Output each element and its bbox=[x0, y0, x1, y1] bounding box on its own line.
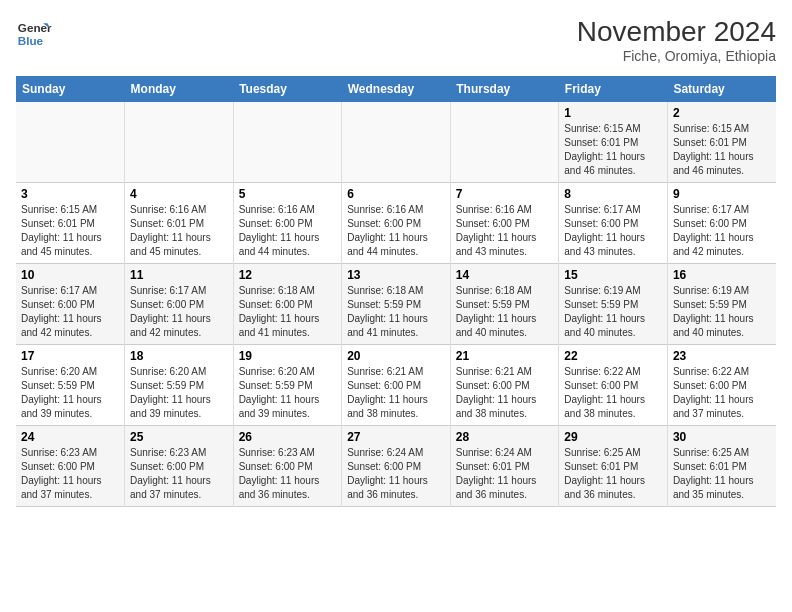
col-header-sunday: Sunday bbox=[16, 76, 125, 102]
day-info: Sunrise: 6:16 AM Sunset: 6:00 PM Dayligh… bbox=[456, 203, 554, 259]
calendar-cell: 26Sunrise: 6:23 AM Sunset: 6:00 PM Dayli… bbox=[233, 426, 342, 507]
col-header-tuesday: Tuesday bbox=[233, 76, 342, 102]
calendar-cell bbox=[342, 102, 451, 183]
day-number: 27 bbox=[347, 430, 445, 444]
day-number: 2 bbox=[673, 106, 771, 120]
calendar-cell: 12Sunrise: 6:18 AM Sunset: 6:00 PM Dayli… bbox=[233, 264, 342, 345]
col-header-friday: Friday bbox=[559, 76, 668, 102]
day-info: Sunrise: 6:24 AM Sunset: 6:01 PM Dayligh… bbox=[456, 446, 554, 502]
col-header-monday: Monday bbox=[125, 76, 234, 102]
day-info: Sunrise: 6:21 AM Sunset: 6:00 PM Dayligh… bbox=[347, 365, 445, 421]
page-header: General Blue November 2024 Fiche, Oromiy… bbox=[16, 16, 776, 64]
week-row-5: 24Sunrise: 6:23 AM Sunset: 6:00 PM Dayli… bbox=[16, 426, 776, 507]
svg-text:Blue: Blue bbox=[18, 34, 44, 47]
day-info: Sunrise: 6:18 AM Sunset: 5:59 PM Dayligh… bbox=[347, 284, 445, 340]
calendar-cell: 5Sunrise: 6:16 AM Sunset: 6:00 PM Daylig… bbox=[233, 183, 342, 264]
day-info: Sunrise: 6:17 AM Sunset: 6:00 PM Dayligh… bbox=[673, 203, 771, 259]
calendar-cell: 11Sunrise: 6:17 AM Sunset: 6:00 PM Dayli… bbox=[125, 264, 234, 345]
calendar-cell: 16Sunrise: 6:19 AM Sunset: 5:59 PM Dayli… bbox=[667, 264, 776, 345]
day-number: 16 bbox=[673, 268, 771, 282]
calendar-cell: 7Sunrise: 6:16 AM Sunset: 6:00 PM Daylig… bbox=[450, 183, 559, 264]
week-row-4: 17Sunrise: 6:20 AM Sunset: 5:59 PM Dayli… bbox=[16, 345, 776, 426]
calendar-cell: 22Sunrise: 6:22 AM Sunset: 6:00 PM Dayli… bbox=[559, 345, 668, 426]
calendar-cell: 21Sunrise: 6:21 AM Sunset: 6:00 PM Dayli… bbox=[450, 345, 559, 426]
calendar-cell bbox=[233, 102, 342, 183]
calendar-cell: 18Sunrise: 6:20 AM Sunset: 5:59 PM Dayli… bbox=[125, 345, 234, 426]
day-number: 13 bbox=[347, 268, 445, 282]
day-info: Sunrise: 6:22 AM Sunset: 6:00 PM Dayligh… bbox=[564, 365, 662, 421]
calendar-cell: 20Sunrise: 6:21 AM Sunset: 6:00 PM Dayli… bbox=[342, 345, 451, 426]
day-info: Sunrise: 6:25 AM Sunset: 6:01 PM Dayligh… bbox=[564, 446, 662, 502]
calendar-cell: 4Sunrise: 6:16 AM Sunset: 6:01 PM Daylig… bbox=[125, 183, 234, 264]
day-number: 22 bbox=[564, 349, 662, 363]
day-number: 28 bbox=[456, 430, 554, 444]
page-title: November 2024 bbox=[577, 16, 776, 48]
day-number: 23 bbox=[673, 349, 771, 363]
day-number: 26 bbox=[239, 430, 337, 444]
logo: General Blue bbox=[16, 16, 52, 52]
day-number: 14 bbox=[456, 268, 554, 282]
day-info: Sunrise: 6:15 AM Sunset: 6:01 PM Dayligh… bbox=[21, 203, 119, 259]
day-info: Sunrise: 6:17 AM Sunset: 6:00 PM Dayligh… bbox=[564, 203, 662, 259]
calendar-cell: 15Sunrise: 6:19 AM Sunset: 5:59 PM Dayli… bbox=[559, 264, 668, 345]
calendar-cell: 24Sunrise: 6:23 AM Sunset: 6:00 PM Dayli… bbox=[16, 426, 125, 507]
day-info: Sunrise: 6:16 AM Sunset: 6:00 PM Dayligh… bbox=[347, 203, 445, 259]
day-info: Sunrise: 6:24 AM Sunset: 6:00 PM Dayligh… bbox=[347, 446, 445, 502]
day-info: Sunrise: 6:15 AM Sunset: 6:01 PM Dayligh… bbox=[673, 122, 771, 178]
day-number: 25 bbox=[130, 430, 228, 444]
day-number: 11 bbox=[130, 268, 228, 282]
day-info: Sunrise: 6:16 AM Sunset: 6:01 PM Dayligh… bbox=[130, 203, 228, 259]
day-number: 21 bbox=[456, 349, 554, 363]
day-number: 9 bbox=[673, 187, 771, 201]
day-number: 12 bbox=[239, 268, 337, 282]
calendar-cell: 30Sunrise: 6:25 AM Sunset: 6:01 PM Dayli… bbox=[667, 426, 776, 507]
calendar-cell bbox=[450, 102, 559, 183]
calendar-cell: 17Sunrise: 6:20 AM Sunset: 5:59 PM Dayli… bbox=[16, 345, 125, 426]
day-info: Sunrise: 6:22 AM Sunset: 6:00 PM Dayligh… bbox=[673, 365, 771, 421]
day-number: 24 bbox=[21, 430, 119, 444]
day-info: Sunrise: 6:20 AM Sunset: 5:59 PM Dayligh… bbox=[130, 365, 228, 421]
day-number: 10 bbox=[21, 268, 119, 282]
title-block: November 2024 Fiche, Oromiya, Ethiopia bbox=[577, 16, 776, 64]
calendar-cell bbox=[125, 102, 234, 183]
day-number: 29 bbox=[564, 430, 662, 444]
day-info: Sunrise: 6:18 AM Sunset: 6:00 PM Dayligh… bbox=[239, 284, 337, 340]
day-info: Sunrise: 6:19 AM Sunset: 5:59 PM Dayligh… bbox=[673, 284, 771, 340]
day-number: 3 bbox=[21, 187, 119, 201]
col-header-wednesday: Wednesday bbox=[342, 76, 451, 102]
calendar-table: SundayMondayTuesdayWednesdayThursdayFrid… bbox=[16, 76, 776, 507]
day-info: Sunrise: 6:23 AM Sunset: 6:00 PM Dayligh… bbox=[21, 446, 119, 502]
day-info: Sunrise: 6:23 AM Sunset: 6:00 PM Dayligh… bbox=[239, 446, 337, 502]
day-info: Sunrise: 6:18 AM Sunset: 5:59 PM Dayligh… bbox=[456, 284, 554, 340]
day-info: Sunrise: 6:17 AM Sunset: 6:00 PM Dayligh… bbox=[130, 284, 228, 340]
week-row-3: 10Sunrise: 6:17 AM Sunset: 6:00 PM Dayli… bbox=[16, 264, 776, 345]
calendar-cell: 1Sunrise: 6:15 AM Sunset: 6:01 PM Daylig… bbox=[559, 102, 668, 183]
calendar-cell: 13Sunrise: 6:18 AM Sunset: 5:59 PM Dayli… bbox=[342, 264, 451, 345]
calendar-cell: 19Sunrise: 6:20 AM Sunset: 5:59 PM Dayli… bbox=[233, 345, 342, 426]
day-info: Sunrise: 6:16 AM Sunset: 6:00 PM Dayligh… bbox=[239, 203, 337, 259]
day-info: Sunrise: 6:21 AM Sunset: 6:00 PM Dayligh… bbox=[456, 365, 554, 421]
calendar-cell: 2Sunrise: 6:15 AM Sunset: 6:01 PM Daylig… bbox=[667, 102, 776, 183]
week-row-2: 3Sunrise: 6:15 AM Sunset: 6:01 PM Daylig… bbox=[16, 183, 776, 264]
calendar-cell: 8Sunrise: 6:17 AM Sunset: 6:00 PM Daylig… bbox=[559, 183, 668, 264]
calendar-cell: 14Sunrise: 6:18 AM Sunset: 5:59 PM Dayli… bbox=[450, 264, 559, 345]
day-number: 15 bbox=[564, 268, 662, 282]
day-info: Sunrise: 6:23 AM Sunset: 6:00 PM Dayligh… bbox=[130, 446, 228, 502]
day-number: 18 bbox=[130, 349, 228, 363]
day-number: 19 bbox=[239, 349, 337, 363]
calendar-cell: 29Sunrise: 6:25 AM Sunset: 6:01 PM Dayli… bbox=[559, 426, 668, 507]
calendar-cell: 25Sunrise: 6:23 AM Sunset: 6:00 PM Dayli… bbox=[125, 426, 234, 507]
day-number: 20 bbox=[347, 349, 445, 363]
day-number: 8 bbox=[564, 187, 662, 201]
calendar-cell: 27Sunrise: 6:24 AM Sunset: 6:00 PM Dayli… bbox=[342, 426, 451, 507]
day-info: Sunrise: 6:20 AM Sunset: 5:59 PM Dayligh… bbox=[21, 365, 119, 421]
calendar-cell: 28Sunrise: 6:24 AM Sunset: 6:01 PM Dayli… bbox=[450, 426, 559, 507]
calendar-cell: 23Sunrise: 6:22 AM Sunset: 6:00 PM Dayli… bbox=[667, 345, 776, 426]
day-info: Sunrise: 6:19 AM Sunset: 5:59 PM Dayligh… bbox=[564, 284, 662, 340]
logo-icon: General Blue bbox=[16, 16, 52, 52]
calendar-cell bbox=[16, 102, 125, 183]
col-header-saturday: Saturday bbox=[667, 76, 776, 102]
page-subtitle: Fiche, Oromiya, Ethiopia bbox=[577, 48, 776, 64]
day-info: Sunrise: 6:20 AM Sunset: 5:59 PM Dayligh… bbox=[239, 365, 337, 421]
day-number: 6 bbox=[347, 187, 445, 201]
